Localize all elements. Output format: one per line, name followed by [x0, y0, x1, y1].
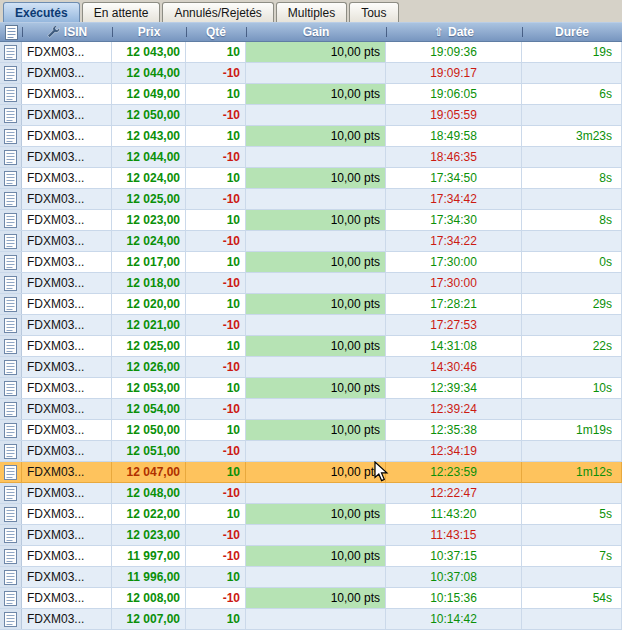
order-isin: FDXM03... — [22, 504, 112, 524]
order-document-icon — [0, 294, 22, 314]
table-row[interactable]: FDXM03... 12 054,00 -10 12:39:24 — [0, 399, 622, 420]
order-date: 19:06:05 — [386, 84, 522, 104]
table-row[interactable]: FDXM03... 12 043,00 10 10,00 pts 18:49:5… — [0, 126, 622, 147]
table-row[interactable]: FDXM03... 12 022,00 10 10,00 pts 11:43:2… — [0, 504, 622, 525]
table-row[interactable]: FDXM03... 12 024,00 10 10,00 pts 17:34:5… — [0, 168, 622, 189]
order-date: 12:35:38 — [386, 420, 522, 440]
wrench-icon[interactable] — [47, 26, 60, 39]
order-price: 12 018,00 — [112, 273, 186, 293]
table-row[interactable]: FDXM03... 12 047,00 10 10,00 pts 12:23:5… — [0, 462, 622, 483]
column-header-gain[interactable]: Gain — [246, 23, 386, 41]
order-gain — [246, 231, 386, 251]
order-price: 12 025,00 — [112, 336, 186, 356]
order-isin: FDXM03... — [22, 210, 112, 230]
order-quantity: -10 — [186, 357, 246, 377]
order-quantity: -10 — [186, 441, 246, 461]
table-row[interactable]: FDXM03... 12 008,00 -10 10,00 pts 10:15:… — [0, 588, 622, 609]
order-date: 10:37:15 — [386, 546, 522, 566]
table-row[interactable]: FDXM03... 12 048,00 -10 12:22:47 — [0, 483, 622, 504]
order-duration: 8s — [522, 210, 622, 230]
table-row[interactable]: FDXM03... 12 017,00 10 10,00 pts 17:30:0… — [0, 252, 622, 273]
order-date: 10:14:42 — [386, 609, 522, 629]
order-document-icon — [0, 147, 22, 167]
table-row[interactable]: FDXM03... 12 050,00 -10 19:05:59 — [0, 105, 622, 126]
order-date: 10:15:36 — [386, 588, 522, 608]
order-document-icon — [0, 399, 22, 419]
order-quantity: 10 — [186, 609, 246, 629]
order-document-icon — [0, 378, 22, 398]
table-row[interactable]: FDXM03... 12 018,00 -10 17:30:00 — [0, 273, 622, 294]
tab-tous[interactable]: Tous — [349, 2, 398, 22]
order-gain: 10,00 pts — [246, 252, 386, 272]
order-duration: 29s — [522, 294, 622, 314]
column-header-prix[interactable]: Prix — [112, 23, 186, 41]
order-quantity: 10 — [186, 126, 246, 146]
order-gain — [246, 105, 386, 125]
column-header-date[interactable]: ⇧ Date — [386, 23, 522, 41]
table-row[interactable]: FDXM03... 12 049,00 10 10,00 pts 19:06:0… — [0, 84, 622, 105]
order-duration — [522, 441, 622, 461]
table-row[interactable]: FDXM03... 12 053,00 10 10,00 pts 12:39:3… — [0, 378, 622, 399]
table-row[interactable]: FDXM03... 12 050,00 10 10,00 pts 12:35:3… — [0, 420, 622, 441]
order-quantity: 10 — [186, 168, 246, 188]
table-row[interactable]: FDXM03... 12 023,00 -10 11:43:15 — [0, 525, 622, 546]
order-gain: 10,00 pts — [246, 294, 386, 314]
order-gain — [246, 63, 386, 83]
order-isin: FDXM03... — [22, 126, 112, 146]
table-row[interactable]: FDXM03... 12 051,00 -10 12:34:19 — [0, 441, 622, 462]
table-row[interactable]: FDXM03... 12 025,00 10 10,00 pts 14:31:0… — [0, 336, 622, 357]
order-gain: 10,00 pts — [246, 336, 386, 356]
table-row[interactable]: FDXM03... 12 025,00 -10 17:34:42 — [0, 189, 622, 210]
order-document-icon — [0, 546, 22, 566]
table-row[interactable]: FDXM03... 11 996,00 10 10:37:08 — [0, 567, 622, 588]
order-gain — [246, 441, 386, 461]
column-header-qte[interactable]: Qté — [186, 23, 246, 41]
order-price: 12 044,00 — [112, 63, 186, 83]
order-price: 12 025,00 — [112, 189, 186, 209]
order-document-icon — [0, 525, 22, 545]
table-row[interactable]: FDXM03... 12 043,00 10 10,00 pts 19:09:3… — [0, 42, 622, 63]
tab-multiples[interactable]: Multiples — [276, 2, 347, 22]
order-price: 12 053,00 — [112, 378, 186, 398]
order-duration: 22s — [522, 336, 622, 356]
order-document-icon — [0, 189, 22, 209]
order-duration — [522, 273, 622, 293]
order-date: 17:30:00 — [386, 252, 522, 272]
order-date: 12:34:19 — [386, 441, 522, 461]
order-duration — [522, 567, 622, 587]
order-document-icon — [0, 357, 22, 377]
order-gain: 10,00 pts — [246, 462, 386, 482]
order-quantity: 10 — [186, 294, 246, 314]
order-price: 12 044,00 — [112, 147, 186, 167]
table-row[interactable]: FDXM03... 12 026,00 -10 14:30:46 — [0, 357, 622, 378]
order-duration: 0s — [522, 252, 622, 272]
tab-en-attente[interactable]: En attente — [82, 2, 161, 22]
order-isin: FDXM03... — [22, 63, 112, 83]
order-gain: 10,00 pts — [246, 168, 386, 188]
table-row[interactable]: FDXM03... 12 024,00 -10 17:34:22 — [0, 231, 622, 252]
order-date: 17:34:22 — [386, 231, 522, 251]
table-row[interactable]: FDXM03... 11 997,00 -10 10,00 pts 10:37:… — [0, 546, 622, 567]
order-price: 12 054,00 — [112, 399, 186, 419]
document-icon[interactable] — [0, 23, 22, 41]
table-row[interactable]: FDXM03... 12 021,00 -10 17:27:53 — [0, 315, 622, 336]
order-duration: 54s — [522, 588, 622, 608]
table-row[interactable]: FDXM03... 12 044,00 -10 18:46:35 — [0, 147, 622, 168]
order-isin: FDXM03... — [22, 294, 112, 314]
table-row[interactable]: FDXM03... 12 023,00 10 10,00 pts 17:34:3… — [0, 210, 622, 231]
table-header: ISIN Prix Qté Gain ⇧ Date Durée — [0, 22, 622, 42]
order-date: 17:34:30 — [386, 210, 522, 230]
table-row[interactable]: FDXM03... 12 007,00 10 10:14:42 — [0, 609, 622, 630]
order-duration — [522, 63, 622, 83]
column-header-isin[interactable]: ISIN — [22, 23, 112, 41]
order-duration — [522, 399, 622, 419]
table-row[interactable]: FDXM03... 12 044,00 -10 19:09:17 — [0, 63, 622, 84]
column-header-duree[interactable]: Durée — [522, 23, 622, 41]
table-row[interactable]: FDXM03... 12 020,00 10 10,00 pts 17:28:2… — [0, 294, 622, 315]
order-gain: 10,00 pts — [246, 504, 386, 524]
order-isin: FDXM03... — [22, 168, 112, 188]
tab-annules-rejetes[interactable]: Annulés/Rejetés — [162, 2, 273, 22]
tab-executes[interactable]: Exécutés — [3, 2, 80, 22]
order-price: 12 022,00 — [112, 504, 186, 524]
order-price: 12 050,00 — [112, 105, 186, 125]
